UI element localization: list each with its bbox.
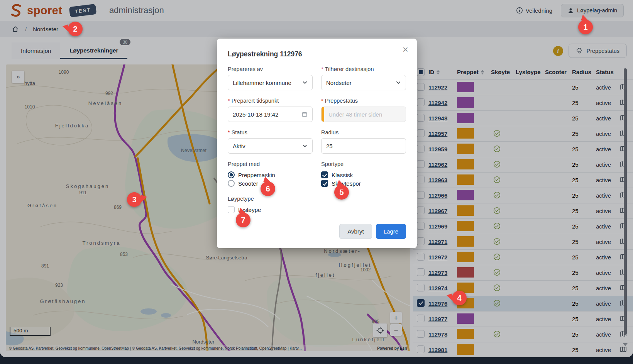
trail-id-link[interactable]: 112971 (428, 239, 447, 245)
scrollbar-thumb[interactable] (624, 68, 627, 335)
save-button[interactable]: Lagre (376, 224, 406, 239)
table-row[interactable]: 112957 25 active (413, 126, 633, 142)
radius-input[interactable]: 25 (321, 138, 406, 154)
row-checkbox[interactable] (417, 207, 425, 214)
row-checkbox[interactable] (417, 98, 425, 106)
prepared-by-select[interactable]: Lillehammer kommune (228, 75, 313, 90)
table-row[interactable]: 112959 25 active (413, 142, 633, 157)
row-checkbox[interactable] (417, 268, 425, 276)
locate-button[interactable] (373, 323, 387, 337)
checkbox-klassisk[interactable]: Klassisk (321, 171, 353, 178)
trail-id-link[interactable]: 112974 (428, 285, 447, 291)
trail-id-link[interactable]: 112978 (428, 331, 447, 338)
tab-informasjon[interactable]: Informasjon (12, 42, 60, 59)
table-row[interactable]: 112978 25 active (413, 327, 633, 342)
trail-id-link[interactable]: 112922 (428, 84, 447, 91)
skoyte-check-icon (493, 269, 501, 276)
table-row[interactable]: 112962 25 active (413, 157, 633, 173)
table-row[interactable]: 112973 25 active (413, 265, 633, 281)
row-checkbox[interactable] (417, 176, 425, 183)
trail-id-link[interactable]: 112972 (428, 254, 447, 261)
trail-id-link[interactable]: 112957 (428, 130, 447, 137)
row-checkbox[interactable] (417, 160, 425, 168)
trail-id-link[interactable]: 112942 (428, 100, 447, 106)
info-circle-icon[interactable]: i (553, 46, 563, 56)
table-row[interactable]: 112966 25 active (413, 188, 633, 203)
status-select[interactable]: Aktiv (228, 138, 313, 154)
status-value: active (596, 316, 620, 322)
radio-icon[interactable] (228, 171, 235, 178)
table-row[interactable]: 112967 25 active (413, 203, 633, 219)
brand[interactable]: sporet TEST administrasjon (9, 3, 164, 17)
status-value: active (596, 254, 620, 261)
row-checkbox[interactable] (417, 129, 425, 137)
destination-select[interactable]: Nordseter (321, 75, 406, 90)
trail-id-link[interactable]: 112973 (428, 269, 447, 276)
row-checkbox[interactable] (417, 253, 425, 261)
checkbox-icon[interactable] (321, 180, 328, 187)
table-row[interactable]: 112976 25 active (413, 296, 633, 312)
trail-id-link[interactable]: 112962 (428, 161, 447, 168)
checkbox-icon[interactable] (228, 206, 235, 213)
show-on-map-button[interactable] (620, 346, 627, 354)
trail-id-link[interactable]: 112981 (428, 347, 447, 353)
row-checkbox[interactable] (417, 345, 425, 353)
table-row[interactable]: 112948 25 active (413, 111, 633, 126)
trail-id-link[interactable]: 112948 (428, 115, 447, 122)
row-checkbox[interactable] (417, 237, 425, 245)
trail-id-link[interactable]: 112977 (428, 316, 447, 322)
help-link[interactable]: Veiledning (516, 7, 552, 14)
table-scrollbar[interactable] (624, 68, 627, 346)
table-row[interactable]: 112969 25 active (413, 219, 633, 234)
row-checkbox[interactable] (417, 83, 425, 91)
scroll-down-arrow[interactable] (623, 343, 628, 346)
annotation-marker-2: 2 (68, 22, 83, 36)
close-icon[interactable]: × (400, 44, 411, 55)
prepared-time-input[interactable]: 2025-10-18 19:42 (228, 107, 313, 122)
trail-id-link[interactable]: 112976 (428, 300, 447, 307)
column-header-id[interactable]: ID (428, 69, 457, 75)
tab-loypestrekninger[interactable]: Løypestrekninger 30 (60, 42, 127, 59)
table-row[interactable]: 112977 25 active (413, 312, 633, 327)
table-row[interactable]: 112981 25 active (413, 342, 633, 357)
table-row[interactable]: 112942 25 active (413, 95, 633, 111)
table-row[interactable]: 112972 25 active (413, 250, 633, 265)
row-checkbox[interactable] (417, 330, 425, 338)
home-icon[interactable] (12, 25, 19, 33)
table-row[interactable]: 112974 25 active (413, 281, 633, 296)
radio-icon[interactable] (228, 180, 235, 187)
table-row[interactable]: 112963 25 active (413, 173, 633, 188)
row-checkbox[interactable] (417, 114, 425, 122)
row-checkbox[interactable] (417, 284, 425, 291)
cancel-button[interactable]: Avbryt (339, 224, 372, 239)
row-checkbox[interactable] (417, 191, 425, 199)
sort-icon[interactable] (481, 70, 484, 74)
zoom-in-button[interactable]: + (390, 312, 402, 323)
column-header-preppet[interactable]: Preppet (457, 69, 491, 75)
row-checkbox[interactable] (417, 222, 425, 230)
breadcrumb-current[interactable]: Nordseter (33, 26, 58, 32)
status-value: active (596, 100, 620, 106)
person-icon (567, 7, 574, 14)
trail-id-link[interactable]: 112966 (428, 192, 447, 199)
row-checkbox[interactable] (417, 299, 425, 307)
trail-id-link[interactable]: 112963 (428, 177, 447, 183)
sort-icon[interactable] (437, 70, 440, 74)
trail-id-link[interactable]: 112959 (428, 146, 447, 152)
user-menu-button[interactable]: Løypelag-admin (561, 4, 624, 17)
radio-scooter[interactable]: Scooter (228, 180, 258, 187)
status-value: active (596, 161, 620, 168)
checkbox-icon[interactable] (321, 171, 328, 178)
trail-id-link[interactable]: 112967 (428, 208, 447, 214)
row-checkbox[interactable] (417, 315, 425, 322)
preppestatus-button[interactable]: Preppestatus (569, 44, 627, 58)
zoom-out-button[interactable]: − (390, 324, 402, 336)
skoyte-check-icon (493, 300, 501, 307)
skoyte-check-icon (493, 222, 501, 230)
map-collapse-button[interactable]: » (12, 71, 24, 83)
select-all-checkbox[interactable] (417, 68, 425, 76)
table-row[interactable]: 112971 25 active (413, 234, 633, 250)
table-row[interactable]: 112922 25 active (413, 80, 633, 95)
row-checkbox[interactable] (417, 145, 425, 152)
trail-id-link[interactable]: 112969 (428, 223, 447, 230)
